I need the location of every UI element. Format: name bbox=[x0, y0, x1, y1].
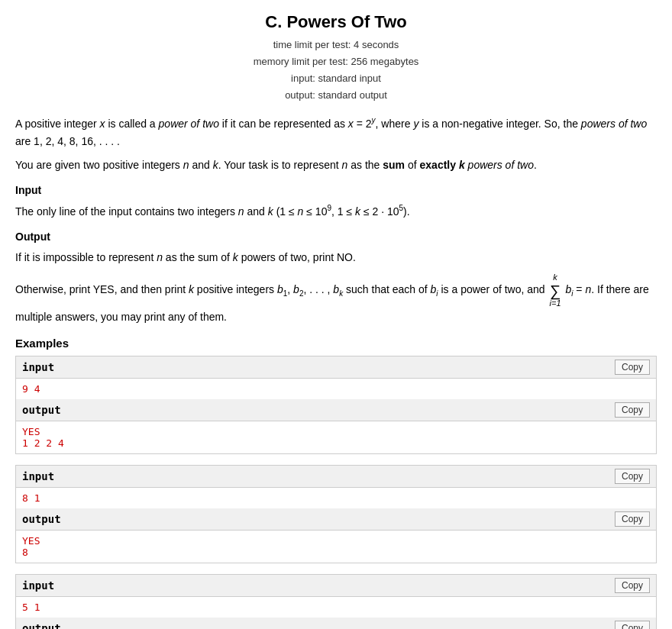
example-2-input-value: 8 1 bbox=[16, 488, 656, 508]
example-2-input-label: input bbox=[22, 470, 54, 482]
page-title: C. Powers Of Two bbox=[15, 12, 657, 32]
input-description: The only line of the input contains two … bbox=[15, 202, 657, 221]
example-1-input-value: 9 4 bbox=[16, 379, 656, 399]
example-1: input Copy 9 4 output Copy YES 1 2 2 4 bbox=[15, 356, 657, 454]
meta-info: time limit per test: 4 seconds memory li… bbox=[15, 37, 657, 104]
examples-container: input Copy 9 4 output Copy YES 1 2 2 4 i… bbox=[15, 356, 657, 629]
example-1-output-copy-button[interactable]: Copy bbox=[615, 402, 650, 418]
example-2-input-header: input Copy bbox=[16, 466, 656, 488]
memory-limit: memory limit per test: 256 megabytes bbox=[15, 53, 657, 70]
example-1-output-header: output Copy bbox=[16, 399, 656, 421]
example-1-input-header: input Copy bbox=[16, 356, 656, 379]
example-3-input-label: input bbox=[22, 579, 54, 592]
example-3-input-header: input Copy bbox=[16, 575, 656, 597]
example-1-output-label: output bbox=[22, 404, 61, 416]
example-3-input-value: 5 1 bbox=[16, 597, 656, 618]
output-title: Output bbox=[15, 228, 657, 246]
output-description-1: If it is impossible to represent n as th… bbox=[15, 249, 657, 266]
example-3-output-copy-button[interactable]: Copy bbox=[615, 621, 650, 629]
sum-formula: k ∑ i=1 bbox=[550, 273, 561, 308]
example-3-output-label: output bbox=[22, 622, 61, 629]
input-section: Input The only line of the input contain… bbox=[15, 182, 657, 221]
input-type: input: standard input bbox=[15, 70, 657, 87]
example-3-output-header: output Copy bbox=[16, 618, 656, 629]
example-1-output-value: YES 1 2 2 4 bbox=[16, 421, 656, 453]
example-2-input-copy-button[interactable]: Copy bbox=[615, 469, 650, 484]
output-section: Output If it is impossible to represent … bbox=[15, 228, 657, 326]
example-1-input-label: input bbox=[22, 361, 54, 373]
example-3-input-copy-button[interactable]: Copy bbox=[615, 578, 650, 593]
example-2: input Copy 8 1 output Copy YES 8 bbox=[15, 465, 657, 563]
task-paragraph: You are given two positive integers n an… bbox=[15, 156, 657, 174]
problem-description: A positive integer x is called a power o… bbox=[15, 115, 657, 325]
example-3: input Copy 5 1 output Copy NO bbox=[15, 574, 657, 629]
intro-paragraph: A positive integer x is called a power o… bbox=[15, 115, 657, 150]
output-type: output: standard output bbox=[15, 87, 657, 104]
example-1-input-copy-button[interactable]: Copy bbox=[615, 360, 650, 375]
example-2-output-header: output Copy bbox=[16, 508, 656, 531]
example-2-output-value: YES 8 bbox=[16, 531, 656, 563]
example-2-output-label: output bbox=[22, 513, 61, 525]
examples-title: Examples bbox=[15, 337, 657, 350]
example-2-output-copy-button[interactable]: Copy bbox=[615, 511, 650, 527]
time-limit: time limit per test: 4 seconds bbox=[15, 37, 657, 53]
output-description-2: Otherwise, print YES, and then print k p… bbox=[15, 273, 657, 325]
input-title: Input bbox=[15, 182, 657, 199]
